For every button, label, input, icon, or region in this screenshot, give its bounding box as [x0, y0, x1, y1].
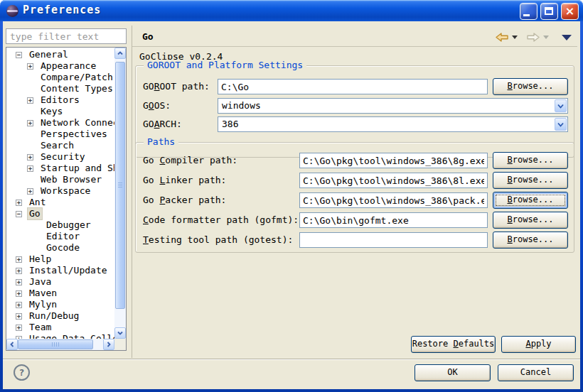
tree-item-java[interactable]: +Java — [6, 276, 114, 288]
tree-item-appearance[interactable]: +Appearance — [6, 60, 114, 72]
tree-item-keys[interactable]: Keys — [6, 106, 114, 117]
forward-history-dropdown-icon[interactable] — [543, 36, 549, 39]
go-packer-path-input[interactable] — [299, 192, 488, 208]
filter-input[interactable] — [6, 28, 127, 44]
tree-item-compare-patch[interactable]: Compare/Patch — [6, 72, 114, 83]
expand-icon[interactable]: + — [27, 154, 33, 160]
tree-item-run-debug[interactable]: +Run/Debug — [6, 310, 114, 322]
code-formatter-path-row: Code formatter path (gofmt): Browse... — [136, 212, 574, 229]
tree-item-web-browser[interactable]: Web Browser — [6, 174, 114, 185]
tree-horizontal-scrollbar[interactable] — [6, 339, 114, 350]
maximize-icon — [545, 7, 553, 15]
go-linker-path-label: Go Linker path: — [143, 175, 226, 185]
tree-item-startup-and-shu[interactable]: +Startup and Shu — [6, 163, 114, 174]
goos-dropdown-icon[interactable] — [555, 99, 567, 112]
horizontal-scroll-thumb[interactable] — [18, 339, 93, 349]
vertical-scroll-thumb[interactable] — [115, 62, 125, 309]
go-linker-path-browse-button[interactable]: Browse... — [493, 172, 568, 189]
go-compiler-path-input[interactable] — [299, 153, 488, 168]
testing-tool-path-input[interactable] — [299, 232, 488, 248]
tree-item-editors[interactable]: +Editors — [6, 94, 114, 106]
go-compiler-path-label: Go Compiler path: — [143, 155, 237, 165]
expand-icon[interactable]: + — [16, 302, 22, 308]
bottom-separator — [3, 359, 580, 360]
page-title: Go — [142, 31, 154, 42]
tree-item-security[interactable]: +Security — [6, 151, 114, 163]
eclipse-logo-icon — [6, 5, 18, 17]
tree-item-editor[interactable]: Editor — [6, 231, 114, 242]
minimize-button[interactable] — [520, 3, 537, 20]
expand-icon[interactable]: + — [16, 290, 22, 297]
restore-defaults-button[interactable]: Restore Defaults — [411, 336, 496, 353]
scroll-down-icon[interactable] — [114, 327, 126, 339]
tree-item-workspace[interactable]: +Workspace — [6, 185, 114, 197]
go-compiler-path-browse-button[interactable]: Browse... — [493, 152, 568, 169]
goroot-browse-button[interactable]: Browse... — [493, 78, 568, 95]
expand-icon[interactable]: + — [16, 279, 22, 285]
goarch-dropdown-icon[interactable] — [555, 118, 567, 131]
tree-item-mylyn[interactable]: +Mylyn — [6, 299, 114, 310]
expand-icon[interactable]: + — [16, 325, 22, 331]
tree-item-gocode[interactable]: Gocode — [6, 242, 114, 254]
tree-item-go[interactable]: −Go — [6, 208, 114, 219]
preferences-window: Preferences × −General +Appearance Compa… — [0, 0, 583, 392]
close-icon: × — [562, 4, 578, 18]
code-formatter-path-input[interactable] — [299, 212, 488, 228]
expand-icon[interactable]: + — [27, 165, 33, 172]
expand-icon[interactable]: + — [27, 120, 33, 126]
preferences-tree: −General +Appearance Compare/Patch Conte… — [6, 48, 114, 339]
goroot-group-title: GOROOT and Platform Settings — [144, 60, 306, 70]
tree-item-help[interactable]: +Help — [6, 254, 114, 265]
testing-tool-path-row: Testing tool path (gotest): Browse... — [136, 232, 574, 249]
back-history-dropdown-icon[interactable] — [512, 36, 518, 39]
forward-arrow-icon[interactable] — [526, 32, 540, 43]
goarch-label: GOARCH: — [143, 119, 182, 129]
go-linker-path-input[interactable] — [299, 173, 488, 188]
maximize-button[interactable] — [540, 3, 558, 20]
scroll-up-icon[interactable] — [114, 48, 126, 59]
scroll-right-icon[interactable] — [103, 339, 114, 350]
window-title: Preferences — [23, 4, 101, 16]
tree-item-debugger[interactable]: Debugger — [6, 219, 114, 231]
tree-item-team[interactable]: +Team — [6, 322, 114, 333]
collapse-icon[interactable]: − — [16, 52, 22, 58]
help-icon[interactable]: ? — [14, 364, 30, 381]
code-formatter-path-label: Code formatter path (gofmt): — [143, 214, 299, 225]
expand-icon[interactable]: + — [27, 97, 33, 104]
view-menu-icon[interactable] — [562, 35, 572, 40]
tree-item-perspectives[interactable]: Perspectives — [6, 129, 114, 140]
expand-icon[interactable]: + — [16, 200, 22, 206]
goroot-path-input[interactable] — [218, 79, 488, 94]
collapse-icon[interactable]: − — [16, 211, 22, 217]
tree-item-search[interactable]: Search — [6, 140, 114, 151]
cancel-button[interactable]: Cancel — [498, 364, 574, 381]
ok-button[interactable]: OK — [414, 364, 491, 381]
paths-group: Paths Go Compiler path: Browse... Go Lin… — [135, 142, 574, 253]
expand-icon[interactable]: + — [16, 313, 22, 320]
tree-item-ant[interactable]: +Ant — [6, 197, 114, 208]
apply-button[interactable]: Apply — [501, 336, 576, 353]
expand-icon[interactable]: + — [27, 63, 33, 70]
go-compiler-path-row: Go Compiler path: Browse... — [136, 153, 574, 170]
goarch-combobox[interactable]: 386 — [218, 116, 568, 132]
code-formatter-path-browse-button[interactable]: Browse... — [493, 212, 568, 229]
tree-vertical-scrollbar[interactable] — [114, 48, 126, 339]
expand-icon[interactable]: + — [16, 268, 22, 274]
tree-item-content-types[interactable]: Content Types — [6, 83, 114, 94]
testing-tool-path-browse-button[interactable]: Browse... — [493, 232, 568, 249]
back-arrow-icon[interactable] — [495, 32, 509, 43]
goos-combobox[interactable]: windows — [218, 98, 568, 114]
close-button[interactable]: × — [561, 3, 579, 20]
tree-item-install-update[interactable]: +Install/Update — [6, 265, 114, 276]
tree-item-maven[interactable]: +Maven — [6, 288, 114, 299]
tree-item-usage-data-collect[interactable]: +Usage Data Collect — [6, 333, 114, 339]
scroll-left-icon[interactable] — [6, 339, 18, 350]
paths-group-title: Paths — [144, 136, 178, 147]
expand-icon[interactable]: + — [16, 256, 22, 263]
tree-item-network-connect[interactable]: +Network Connect — [6, 117, 114, 129]
go-packer-path-browse-button[interactable]: Browse... — [493, 192, 568, 209]
dialog-client-area: −General +Appearance Compare/Patch Conte… — [3, 21, 580, 389]
expand-icon[interactable]: + — [27, 188, 33, 195]
goarch-value: 386 — [222, 119, 238, 129]
tree-item-general[interactable]: −General — [6, 49, 114, 60]
